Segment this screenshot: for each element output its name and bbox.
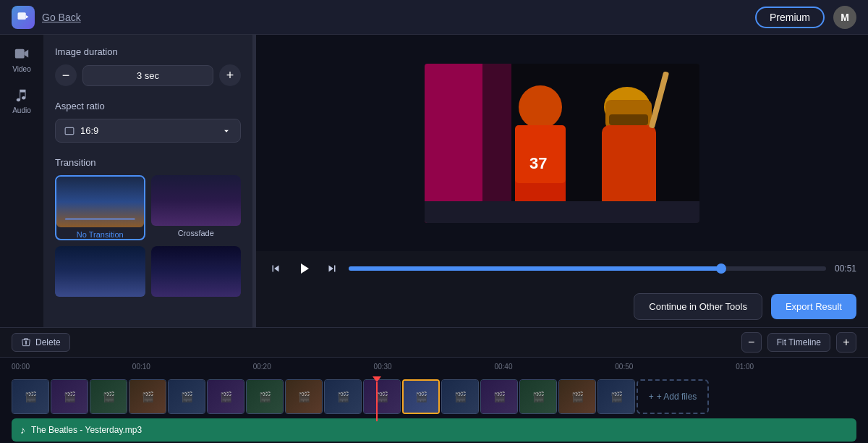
trash-icon [21, 337, 31, 347]
continue-button[interactable]: Continue in Other Tools [634, 293, 762, 320]
night2-thumb [151, 246, 242, 297]
skip-forward-button[interactable] [324, 261, 340, 277]
premium-button[interactable]: Premium [755, 7, 825, 28]
clip-icon-6: 🎬 [220, 391, 232, 402]
clip-icon-8: 🎬 [298, 391, 310, 402]
svg-rect-1 [15, 49, 25, 59]
duration-plus-button[interactable]: + [219, 64, 241, 86]
clip-icon-5: 🎬 [181, 391, 193, 402]
main-area: Video Audio Image duration − 3 sec + Asp… [0, 35, 868, 327]
clip-2[interactable]: 🎬 [51, 379, 88, 414]
aspect-ratio-label: Aspect ratio [55, 101, 241, 111]
clip-5[interactable]: 🎬 [168, 379, 205, 414]
transition-card-4[interactable] [151, 246, 242, 300]
transition-card-crossfade[interactable]: Crossfade [151, 175, 242, 240]
crossfade-thumb [151, 175, 242, 226]
play-icon [295, 260, 312, 277]
clip-6[interactable]: 🎬 [207, 379, 244, 414]
clip-7[interactable]: 🎬 [246, 379, 284, 414]
cricket-scene-svg: 37 [425, 64, 699, 223]
clip-icon-14: 🎬 [532, 391, 545, 402]
add-files-label: + Add files [657, 392, 697, 402]
svg-text:37: 37 [529, 154, 547, 172]
add-files-button[interactable]: + + Add files [637, 379, 709, 414]
clip-icon-2: 🎬 [64, 391, 76, 402]
progress-fill [349, 266, 721, 271]
video-frame: 37 [425, 64, 699, 223]
skip-forward-icon [326, 262, 339, 275]
transition-card-3[interactable] [55, 246, 145, 300]
go-back-link[interactable]: Go Back [42, 12, 81, 23]
chevron-down-icon [221, 126, 231, 136]
track-area: 🎬 🎬 🎬 🎬 🎬 🎬 🎬 🎬 🎬 🎬 🎬 🎬 🎬 🎬 🎬 🎬 + + [12, 379, 856, 442]
progress-thumb[interactable] [716, 263, 726, 274]
city-thumb [151, 175, 242, 226]
clip-3[interactable]: 🎬 [90, 379, 127, 414]
clip-icon-15: 🎬 [571, 391, 584, 402]
clip-1[interactable]: 🎬 [12, 379, 49, 414]
ruler-tick-0: 00:00 [12, 363, 132, 371]
skip-back-button[interactable] [268, 261, 284, 277]
timeline-tracks: 🎬 🎬 🎬 🎬 🎬 🎬 🎬 🎬 🎬 🎬 🎬 🎬 🎬 🎬 🎬 🎬 + + [0, 375, 868, 443]
transition-card-no-transition[interactable]: No Transition [55, 175, 145, 240]
add-files-icon: + [649, 392, 654, 402]
avatar: M [833, 6, 856, 29]
transition-grid: No Transition Crossfade [55, 175, 241, 300]
clip-icon-16: 🎬 [610, 391, 623, 402]
progress-bar[interactable] [349, 266, 826, 271]
zoom-out-button[interactable]: − [741, 332, 762, 353]
delete-button[interactable]: Delete [12, 333, 70, 352]
timeline-section: Delete − Fit Timeline + 00:00 00:10 00:2… [0, 327, 868, 443]
clip-10[interactable]: 🎬 [363, 379, 401, 414]
clip-9[interactable]: 🎬 [324, 379, 362, 414]
no-transition-label: No Transition [56, 230, 144, 239]
video-icon [14, 46, 30, 62]
duration-display: 3 sec [82, 65, 213, 86]
ruler-tick-6: 01:00 [736, 363, 856, 371]
bridge-thumb [56, 177, 144, 227]
transition-3-thumb [55, 246, 145, 297]
svg-rect-2 [65, 127, 74, 134]
clip-14[interactable]: 🎬 [519, 379, 557, 414]
svg-rect-0 [18, 12, 26, 20]
fit-timeline-button[interactable]: Fit Timeline [767, 333, 830, 352]
aspect-ratio-icon: 16:9 [64, 125, 98, 136]
time-display: 00:51 [835, 263, 856, 274]
audio-track: ♪ The Beatles - Yesterday.mp3 [12, 418, 856, 442]
duration-minus-button[interactable]: − [55, 64, 77, 86]
export-button[interactable]: Export Result [771, 294, 856, 319]
sidebar-item-video[interactable]: Video [12, 46, 30, 73]
night1-thumb [55, 246, 145, 297]
center-area: 37 [256, 35, 868, 327]
clip-12[interactable]: 🎬 [441, 379, 479, 414]
clip-11-selected[interactable]: 🎬 [402, 379, 440, 414]
svg-rect-15 [425, 201, 699, 223]
zoom-in-button[interactable]: + [836, 332, 856, 353]
ruler-tick-5: 00:50 [615, 363, 736, 371]
svg-rect-12 [609, 114, 648, 125]
duration-control: − 3 sec + [55, 64, 241, 86]
play-button[interactable] [292, 257, 315, 280]
sidebar-label-audio: Audio [12, 106, 31, 114]
clip-icon-9: 🎬 [337, 391, 349, 402]
clip-8[interactable]: 🎬 [285, 379, 323, 414]
topbar-right: Premium M [755, 6, 856, 29]
sidebar-label-video: Video [12, 65, 30, 73]
ruler-tick-1: 00:10 [132, 363, 253, 371]
video-preview: 37 [256, 35, 868, 251]
aspect-ratio-select[interactable]: 16:9 [55, 119, 241, 143]
image-duration-label: Image duration [55, 46, 241, 57]
clip-13[interactable]: 🎬 [480, 379, 518, 414]
clip-16[interactable]: 🎬 [597, 379, 635, 414]
ruler-tick-4: 00:40 [494, 363, 615, 371]
clip-icon-3: 🎬 [103, 391, 115, 402]
ruler-tick-3: 00:30 [374, 363, 495, 371]
clip-icon-12: 🎬 [454, 391, 467, 402]
delete-label: Delete [35, 337, 61, 347]
clip-15[interactable]: 🎬 [558, 379, 596, 414]
transition-section: Transition No Transition Crossfade [55, 157, 241, 300]
sidebar-item-audio[interactable]: Audio [12, 88, 31, 114]
aspect-ratio-value: 16:9 [80, 125, 98, 136]
transition-4-thumb [151, 246, 242, 297]
clip-4[interactable]: 🎬 [129, 379, 166, 414]
